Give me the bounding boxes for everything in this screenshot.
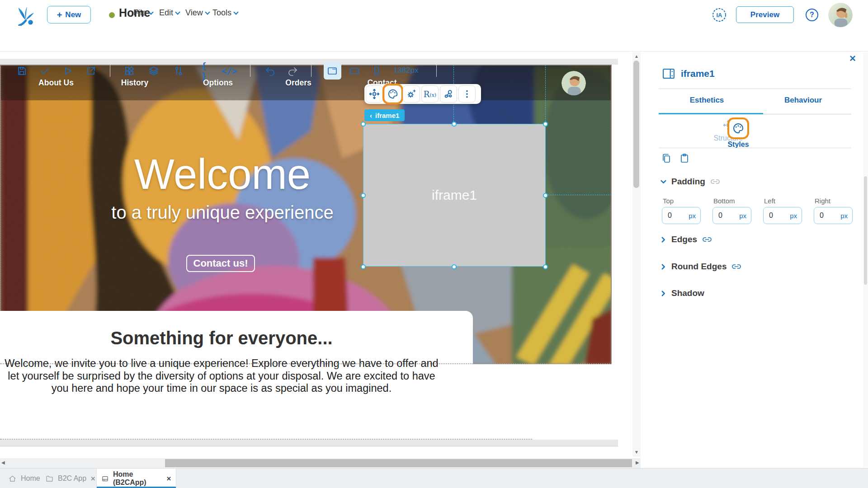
padding-right-input[interactable] bbox=[814, 211, 835, 220]
undo-icon[interactable] bbox=[264, 65, 277, 77]
padding-top-input[interactable] bbox=[662, 211, 683, 220]
resize-handle-w[interactable] bbox=[361, 193, 366, 198]
check-icon[interactable] bbox=[38, 65, 51, 77]
padding-top-field: px bbox=[662, 207, 701, 224]
resize-handle-nw[interactable] bbox=[361, 122, 366, 127]
divider bbox=[659, 89, 851, 89]
resize-handle-ne[interactable] bbox=[543, 122, 548, 127]
divider bbox=[659, 148, 851, 148]
tab-home[interactable]: Home bbox=[4, 469, 45, 488]
device-tablet-icon[interactable] bbox=[348, 65, 361, 77]
export-icon[interactable] bbox=[85, 65, 97, 77]
view-styles[interactable]: Styles bbox=[718, 119, 759, 149]
link-values-icon[interactable] bbox=[731, 261, 742, 272]
padding-right-label: Right bbox=[815, 197, 830, 205]
scroll-left-arrow[interactable]: ◀ bbox=[1, 460, 5, 465]
link-values-icon[interactable] bbox=[710, 176, 721, 187]
top-header: + New Home File Edit View Tools IA Previ… bbox=[0, 0, 868, 30]
tab-behaviour[interactable]: Behaviour bbox=[755, 96, 851, 105]
menu-tools[interactable]: Tools bbox=[212, 8, 238, 18]
connections-button[interactable] bbox=[440, 85, 457, 103]
user-avatar[interactable] bbox=[828, 3, 853, 27]
styles-highlight-ring bbox=[729, 119, 747, 137]
run-icon[interactable] bbox=[61, 65, 74, 77]
widgets-icon[interactable] bbox=[123, 65, 136, 77]
resize-handle-n[interactable] bbox=[452, 122, 457, 127]
selection-breadcrumb[interactable]: ‹ iframe1 bbox=[364, 109, 405, 121]
panel-close-icon[interactable]: ✕ bbox=[849, 53, 856, 64]
section-heading[interactable]: Something for everyone... bbox=[0, 328, 443, 348]
canvas-vertical-scrollbar[interactable]: ▲ ▼ bbox=[632, 52, 641, 457]
avatar-photo bbox=[828, 3, 853, 27]
inactive-tab-underline bbox=[763, 114, 851, 114]
smart-properties-button[interactable] bbox=[403, 85, 420, 103]
padding-bottom-input[interactable] bbox=[713, 211, 734, 220]
menu-view[interactable]: View bbox=[185, 8, 209, 18]
save-icon[interactable] bbox=[15, 65, 28, 77]
link-values-icon[interactable] bbox=[702, 234, 712, 245]
layers-icon[interactable] bbox=[147, 65, 160, 77]
alignment-guide-vertical bbox=[545, 65, 546, 124]
more-options-kebab-button[interactable] bbox=[458, 85, 476, 103]
breadcrumb-back-chevron-icon[interactable]: ‹ bbox=[370, 112, 372, 119]
preview-button[interactable]: Preview bbox=[736, 6, 794, 23]
round-edges-section-header[interactable]: Round Edges bbox=[660, 261, 742, 272]
nav-item-history[interactable]: History bbox=[121, 78, 148, 88]
chevron-right-icon bbox=[660, 290, 667, 297]
resize-handle-se[interactable] bbox=[543, 264, 548, 269]
resize-handle-sw[interactable] bbox=[361, 264, 366, 269]
panel-scrollbar[interactable] bbox=[863, 52, 868, 468]
move-widget-button[interactable] bbox=[366, 85, 383, 103]
resize-handle-e[interactable] bbox=[543, 193, 548, 198]
padding-top-label: Top bbox=[663, 197, 674, 205]
home-icon bbox=[8, 474, 17, 483]
vertical-scrollbar-thumb[interactable] bbox=[633, 61, 639, 188]
open-objects-tabbar: Home B2C App ✕ Home (B2CApp) ✕ bbox=[0, 468, 868, 488]
scroll-right-arrow[interactable]: ▶ bbox=[636, 460, 639, 465]
tab-home-b2capp[interactable]: Home (B2CApp) ✕ bbox=[96, 469, 176, 488]
menu-edit[interactable]: Edit bbox=[159, 8, 179, 18]
padding-left-label: Left bbox=[764, 197, 775, 205]
new-button[interactable]: + New bbox=[47, 6, 91, 23]
toolbar-divider bbox=[436, 65, 437, 77]
contact-us-button[interactable]: Contact us! bbox=[186, 255, 255, 272]
styles-palette-button[interactable] bbox=[384, 85, 401, 103]
tab-close-icon[interactable]: ✕ bbox=[90, 475, 95, 482]
section-paragraph[interactable]: Welcome, we invite you to live a unique … bbox=[4, 357, 439, 395]
app-logo-icon[interactable] bbox=[14, 5, 36, 26]
canvas-width-value[interactable]: 1382px bbox=[393, 66, 419, 75]
padding-section-header[interactable]: Padding bbox=[660, 176, 721, 187]
edges-section-header[interactable]: Edges bbox=[660, 234, 712, 245]
tab-esthetics[interactable]: Esthetics bbox=[659, 96, 755, 105]
tab-close-icon[interactable]: ✕ bbox=[166, 475, 171, 482]
scroll-down-arrow[interactable]: ▼ bbox=[634, 450, 639, 455]
rules-rx-button[interactable]: R (x) bbox=[421, 85, 439, 103]
padding-left-input[interactable] bbox=[764, 211, 784, 220]
tab-b2c-app[interactable]: B2C App ✕ bbox=[41, 469, 100, 488]
scroll-up-arrow[interactable]: ▲ bbox=[634, 54, 639, 59]
redo-icon[interactable] bbox=[286, 65, 299, 77]
chevron-down-icon bbox=[205, 9, 210, 14]
editor-toolbar: { } </> 1382px bbox=[0, 30, 868, 52]
nav-item-about-us[interactable]: About Us bbox=[38, 78, 74, 88]
canvas-horizontal-scrollbar[interactable]: ◀ ▶ bbox=[0, 458, 641, 468]
paste-styles-icon[interactable] bbox=[679, 153, 690, 164]
menu-file[interactable]: File bbox=[133, 8, 153, 18]
variables-icon[interactable] bbox=[172, 65, 185, 77]
plus-icon: + bbox=[57, 10, 62, 19]
shadow-section-header[interactable]: Shadow bbox=[660, 288, 704, 298]
rx-main-glyph: R bbox=[424, 89, 430, 99]
resize-handle-s[interactable] bbox=[452, 264, 457, 269]
help-icon[interactable]: ? bbox=[806, 9, 818, 21]
braces-icon[interactable]: { } bbox=[198, 65, 210, 77]
horizontal-scrollbar-thumb[interactable] bbox=[165, 459, 632, 467]
copy-styles-icon[interactable] bbox=[661, 153, 672, 164]
device-desktop-icon[interactable] bbox=[326, 65, 339, 77]
device-phone-icon[interactable] bbox=[370, 65, 383, 77]
nav-item-orders[interactable]: Orders bbox=[285, 78, 311, 88]
iframe1-widget[interactable]: iframe1 bbox=[363, 124, 546, 267]
source-code-icon[interactable]: </> bbox=[223, 65, 236, 77]
panel-scrollbar-thumb[interactable] bbox=[864, 176, 867, 285]
site-nav-avatar[interactable] bbox=[561, 71, 586, 95]
ia-badge[interactable]: IA bbox=[711, 7, 727, 23]
